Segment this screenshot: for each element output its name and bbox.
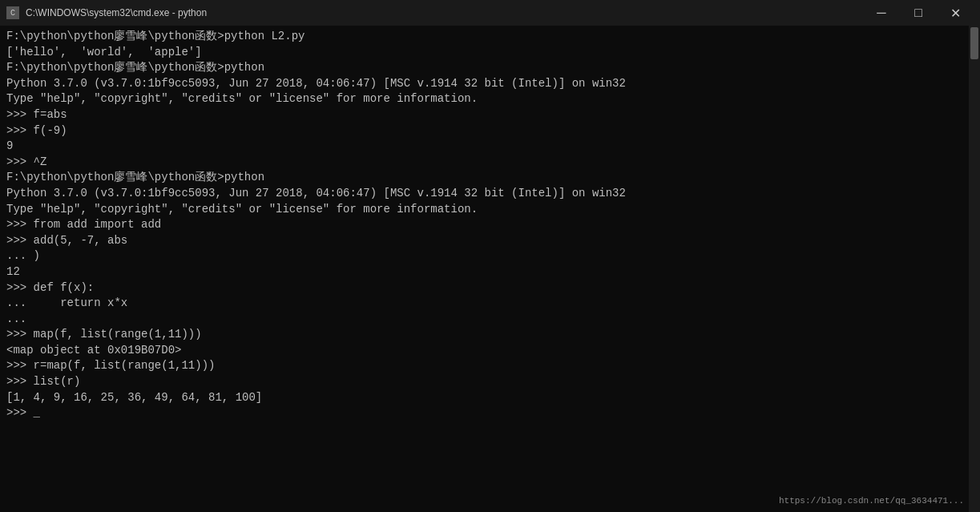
terminal-line: >>> r=map(f, list(range(1,11)))	[6, 358, 962, 374]
terminal-line: Python 3.7.0 (v3.7.0:1bf9cc5093, Jun 27 …	[6, 76, 962, 92]
scrollbar-thumb[interactable]	[970, 27, 978, 59]
watermark: https://blog.csdn.net/qq_3634471...	[779, 496, 964, 506]
terminal-line: [1, 4, 9, 16, 25, 36, 49, 64, 81, 100]	[6, 390, 962, 406]
terminal-line: Type "help", "copyright", "credits" or "…	[6, 91, 962, 107]
close-button[interactable]: ✕	[937, 0, 974, 26]
title-bar-left: C C:\WINDOWS\system32\cmd.exe - python	[6, 6, 207, 19]
terminal-line: >>> add(5, -7, abs	[6, 233, 962, 249]
terminal-line: <map object at 0x019B07D0>	[6, 343, 962, 359]
scrollbar[interactable]	[969, 26, 980, 512]
cmd-icon: C	[6, 6, 19, 19]
terminal-line: Type "help", "copyright", "credits" or "…	[6, 202, 962, 218]
terminal-line: Python 3.7.0 (v3.7.0:1bf9cc5093, Jun 27 …	[6, 186, 962, 202]
terminal-line: ...	[6, 312, 962, 328]
title-bar: C C:\WINDOWS\system32\cmd.exe - python ─…	[0, 0, 980, 26]
window-title: C:\WINDOWS\system32\cmd.exe - python	[26, 7, 207, 18]
terminal-line: F:\python\python廖雪峰\python函数>python	[6, 60, 962, 76]
terminal-line: >>> ^Z	[6, 155, 962, 171]
terminal-line: 12	[6, 264, 962, 280]
cmd-window: C C:\WINDOWS\system32\cmd.exe - python ─…	[0, 0, 980, 512]
content-area: F:\python\python廖雪峰\python函数>python L2.p…	[0, 26, 980, 512]
terminal-line: >>> from add import add	[6, 217, 962, 233]
terminal-line: >>> def f(x):	[6, 280, 962, 296]
terminal-line: F:\python\python廖雪峰\python函数>python	[6, 170, 962, 186]
terminal-line: 9	[6, 139, 962, 155]
terminal-line: ['hello', 'world', 'apple']	[6, 45, 962, 61]
window-controls: ─ □ ✕	[863, 0, 974, 26]
terminal-line: >>> _	[6, 405, 962, 421]
maximize-button[interactable]: □	[900, 0, 937, 26]
terminal-line: ... )	[6, 248, 962, 264]
terminal-line: ... return x*x	[6, 296, 962, 312]
terminal-output[interactable]: F:\python\python廖雪峰\python函数>python L2.p…	[0, 26, 969, 512]
terminal-line: >>> list(r)	[6, 374, 962, 390]
minimize-button[interactable]: ─	[863, 0, 900, 26]
terminal-line: >>> f=abs	[6, 107, 962, 123]
terminal-line: >>> f(-9)	[6, 123, 962, 139]
terminal-line: >>> map(f, list(range(1,11)))	[6, 327, 962, 343]
terminal-line: F:\python\python廖雪峰\python函数>python L2.p…	[6, 29, 962, 45]
